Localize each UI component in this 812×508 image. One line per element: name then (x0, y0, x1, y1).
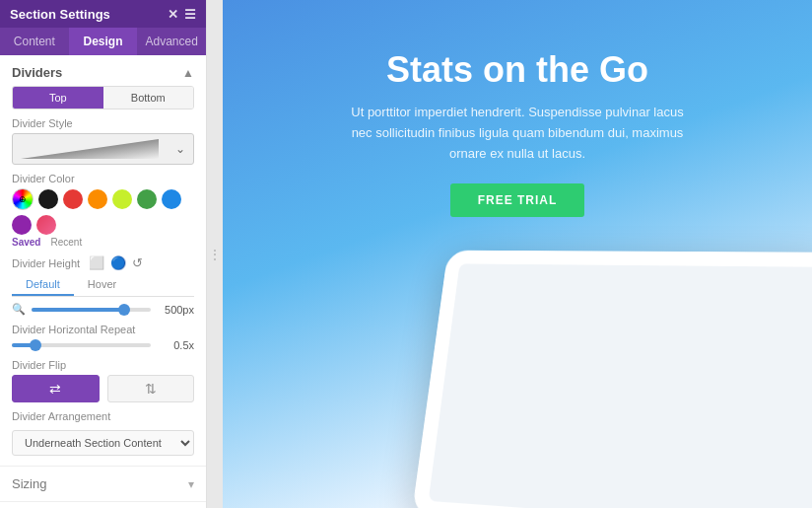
sizing-section[interactable]: Sizing ▾ (0, 466, 206, 501)
bar-2-2 (513, 499, 522, 500)
bar-5-0 (586, 504, 595, 505)
bar-0-1 (445, 494, 453, 495)
header-icons: ✕ ☰ (168, 7, 196, 22)
tab-design[interactable]: Design (69, 28, 138, 55)
dividers-collapse-icon: ▲ (182, 66, 194, 80)
hover-tab[interactable]: Hover (74, 274, 130, 296)
default-hover-tabs: Default Hover (12, 274, 194, 297)
bar-3-1 (534, 500, 543, 501)
bar-4-2 (575, 503, 583, 504)
height-slider-track[interactable] (32, 308, 151, 312)
sizing-title: Sizing (12, 476, 46, 491)
bar-chart (433, 270, 812, 508)
settings-icon[interactable]: ☰ (184, 7, 196, 22)
dividers-title: Dividers (12, 65, 62, 80)
bar-3-2 (544, 501, 553, 502)
divider-height-label: Divider Height ⬜ 🔵 ↺ (12, 255, 194, 270)
divider-style-arrow: ⌄ (175, 142, 185, 156)
saved-recent-row: Saved Recent (12, 237, 194, 248)
bar-4-0 (556, 502, 565, 503)
sidebar-content: Dividers ▲ Top Bottom Divider Style ⌄ Di… (0, 55, 206, 508)
spacing-section[interactable]: Spacing ▾ (0, 501, 206, 508)
bar-1-2 (484, 497, 492, 498)
bar-group-2 (495, 497, 521, 499)
default-tab[interactable]: Default (12, 274, 74, 296)
bar-0-2 (454, 495, 462, 496)
bar-group-5 (586, 504, 615, 506)
bar-1-1 (475, 496, 483, 497)
bar-2-0 (495, 497, 503, 498)
horiz-slider-thumb[interactable] (30, 339, 41, 351)
bar-3-0 (525, 500, 534, 501)
bar-5-2 (606, 505, 615, 506)
main-subtitle: Ut porttitor imperdiet hendrerit. Suspen… (350, 103, 685, 164)
divider-color-label: Divider Color (12, 173, 194, 184)
bar-5-1 (596, 505, 605, 506)
main-content: Stats on the Go Ut porttitor imperdiet h… (223, 0, 812, 508)
flip-label: Divider Flip (12, 359, 194, 371)
divider-subtabs: Top Bottom (12, 86, 194, 109)
color-swatch-black[interactable] (38, 189, 58, 209)
height-value: 500px (157, 304, 194, 316)
bar-6-0 (618, 506, 627, 507)
resize-handle[interactable]: ⋮ (207, 0, 223, 508)
bar-group-3 (525, 500, 553, 502)
color-swatch-blue[interactable] (162, 189, 181, 209)
horiz-slider-track[interactable] (12, 343, 151, 347)
sidebar-header: Section Settings ✕ ☰ (0, 0, 206, 28)
tablet-outer (412, 251, 812, 508)
arrangement-select[interactable]: Underneath Section Content Above Section… (12, 430, 194, 456)
bar-4-1 (565, 503, 574, 504)
divider-style-preview (21, 139, 159, 159)
horizontal-slider-row: 0.5x (12, 339, 194, 351)
divider-style-label: Divider Style (12, 117, 194, 129)
flip-row: ⇄ ⇅ (12, 375, 194, 402)
color-swatch-pink-red[interactable] (36, 215, 56, 235)
color-swatch-green[interactable] (137, 189, 157, 209)
subtab-bottom[interactable]: Bottom (103, 87, 194, 109)
bar-group-1 (466, 495, 493, 497)
height-slider-fill (32, 308, 121, 312)
divider-style-control[interactable]: ⌄ (12, 133, 194, 165)
bar-2-1 (505, 498, 512, 499)
bar-group-0 (437, 493, 463, 495)
free-trial-button[interactable]: FREE TRIAL (450, 183, 585, 217)
main-title: Stats on the Go (386, 49, 648, 91)
bar-0-0 (437, 493, 444, 494)
color-swatch-yellow-green[interactable] (112, 189, 132, 209)
color-swatches: ⊕ (12, 188, 194, 235)
flip-horizontal-btn[interactable]: ⇄ (12, 375, 100, 402)
sidebar: Section Settings ✕ ☰ Content Design Adva… (0, 0, 207, 508)
arrangement-label: Divider Arrangement (12, 410, 194, 422)
dividers-body: Top Bottom Divider Style ⌄ Divider Color… (0, 86, 206, 466)
close-icon[interactable]: ✕ (168, 7, 178, 22)
color-swatch-orange[interactable] (88, 189, 107, 209)
recent-label: Recent (50, 237, 82, 248)
color-swatch-purple[interactable] (12, 215, 32, 235)
height-slider-row: 🔍 500px (12, 303, 194, 316)
saved-label: Saved (12, 237, 40, 248)
dividers-section-header[interactable]: Dividers ▲ (0, 55, 206, 86)
bar-group-4 (556, 502, 583, 504)
sidebar-tabs: Content Design Advanced (0, 28, 206, 55)
height-slider-thumb[interactable] (118, 304, 130, 316)
sidebar-title: Section Settings (10, 7, 110, 22)
subtab-top[interactable]: Top (13, 87, 103, 109)
tab-content[interactable]: Content (0, 28, 69, 55)
tab-advanced[interactable]: Advanced (137, 28, 206, 55)
bar-1-0 (466, 495, 474, 496)
horizontal-value: 0.5x (157, 339, 194, 351)
tablet-screen (429, 263, 812, 508)
flip-vertical-btn[interactable]: ⇅ (107, 375, 195, 402)
color-swatch-red[interactable] (63, 189, 83, 209)
sizing-chevron: ▾ (188, 477, 194, 491)
horizontal-repeat-label: Divider Horizontal Repeat (12, 324, 194, 335)
color-picker-swatch[interactable]: ⊕ (12, 188, 34, 210)
tablet-illustration (418, 242, 812, 508)
